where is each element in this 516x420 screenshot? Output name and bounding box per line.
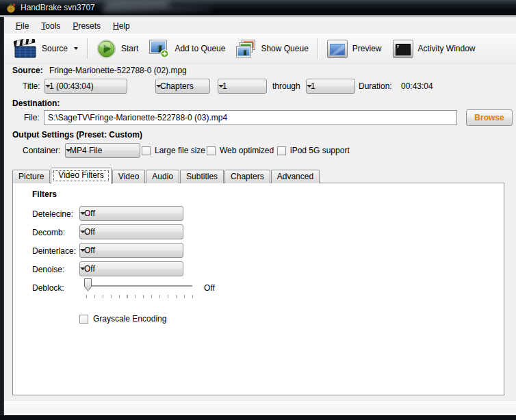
source-heading: Source: [12,66,43,75]
activity-window-button[interactable]: Activity Window [387,38,481,60]
chevron-down-icon [80,267,86,270]
web-optimized-field[interactable]: Web optimized [207,146,274,155]
show-queue-button[interactable]: Show Queue [231,38,313,60]
deblock-label: Deblock: [32,283,64,293]
menubar: File Tools Presets Help [4,18,516,34]
titlebar[interactable]: HandBrake svn3707 [0,0,516,15]
title-label: Title: [23,81,40,91]
range-mode-value: Chapters [156,81,209,91]
toolbar: Source Start [4,34,516,64]
show-queue-label: Show Queue [261,44,308,53]
video-filters-panel: Filters Detelecine: Off Decomb: Off Dein… [12,183,504,395]
tab-video[interactable]: Video [112,170,145,183]
tab-chapters[interactable]: Chapters [224,170,270,183]
destination-heading: Destination: [12,99,60,108]
tab-focus-outline [53,170,108,181]
tab-video-label: Video [118,172,139,181]
menu-item-file[interactable]: File [10,19,35,33]
decomb-select[interactable]: Off [79,224,183,239]
tab-picture[interactable]: Picture [12,170,50,183]
chevron-down-icon [307,85,312,88]
browse-button[interactable]: Browse [466,109,513,126]
duration-label: Duration: [359,81,392,91]
tab-audio-label: Audio [152,172,173,181]
tab-video-filters[interactable]: Video Filters [51,168,111,184]
denoise-label: Denoise: [32,265,64,274]
destination-file-row: File: Browse [0,109,516,127]
handbrake-logo-icon [5,2,16,13]
handbrake-window: HandBrake svn3707 File Tools Presets Hel… [0,0,516,420]
chapter-end-select[interactable]: 1 [306,79,355,94]
large-file-size-label: Large file size [155,146,205,155]
title-row: Title: 1 (00:43:04) Chapters 1 through 1… [0,79,516,95]
detelecine-select[interactable]: Off [79,206,183,221]
container-label: Container: [23,146,60,155]
title-select[interactable]: 1 (00:43:04) [44,79,127,94]
tab-subtitles[interactable]: Subtitles [180,170,224,183]
menu-item-tools[interactable]: Tools [35,19,66,33]
chevron-down-icon [156,85,162,88]
decomb-label: Decomb: [32,228,65,237]
ipod-5g-support-label: iPod 5G support [290,146,350,155]
output-settings-heading: Output Settings (Preset: Custom) [12,130,142,140]
grayscale-encoding-checkbox[interactable] [79,315,88,324]
activity-window-label: Activity Window [418,44,476,53]
source-button[interactable]: Source [8,37,83,61]
chevron-down-icon [80,249,86,252]
denoise-value: Off [80,264,183,274]
start-button[interactable]: Start [91,37,144,61]
web-optimized-label: Web optimized [220,146,274,155]
add-to-queue-button[interactable]: Add to Queue [144,38,231,60]
menu-presets-rest: resets [78,21,101,31]
deblock-slider-ticks [86,295,193,298]
range-mode-select[interactable]: Chapters [155,79,210,94]
chevron-down-icon [218,85,224,88]
deblock-slider-track[interactable] [84,285,192,287]
background-window-ghost [103,5,212,13]
status-bar [4,400,516,415]
large-file-size-field[interactable]: Large file size [142,146,205,155]
toolbar-separator [318,38,318,59]
container-row: Container: MP4 File Large file size Web … [0,143,516,159]
chevron-down-icon [45,85,51,88]
preview-button[interactable]: Preview [322,38,387,60]
large-file-size-checkbox[interactable] [142,146,151,155]
terminal-icon [393,40,413,58]
deblock-slider-thumb[interactable] [84,278,92,291]
play-icon [96,39,116,59]
show-queue-icon [236,40,256,58]
ipod-5g-support-field[interactable]: iPod 5G support [277,146,350,155]
start-button-label: Start [121,44,138,53]
denoise-select[interactable]: Off [79,261,183,276]
window-frame-left [0,17,4,420]
title-select-value: 1 (00:43:04) [45,81,127,91]
menu-item-presets[interactable]: Presets [66,19,107,33]
tab-advanced-label: Advanced [277,172,313,181]
deinterlace-label: Deinterlace: [32,246,76,256]
deblock-value: Off [204,283,215,293]
container-select[interactable]: MP4 File [65,143,140,158]
web-optimized-checkbox[interactable] [207,146,216,155]
toolbar-separator [87,38,88,59]
deinterlace-select[interactable]: Off [79,243,183,258]
menu-item-help[interactable]: Help [107,19,136,33]
clapperboard-icon [14,39,37,59]
tab-picture-label: Picture [18,172,44,181]
destination-file-input[interactable] [44,110,457,125]
grayscale-encoding-field[interactable]: Grayscale Encoding [79,314,166,324]
file-label: File: [24,113,40,122]
source-button-label: Source [42,44,68,53]
menu-help-rest: elp [119,21,130,31]
chevron-down-icon [80,212,86,215]
settings-tabs: Picture Video Filters Video Audio Subtit… [12,167,320,183]
titlebar-separator [0,15,516,17]
window-title: HandBrake svn3707 [21,3,95,12]
menu-help-accel: H [113,21,119,31]
chapter-start-select[interactable]: 1 [218,79,267,94]
tab-advanced[interactable]: Advanced [271,170,320,183]
tab-audio[interactable]: Audio [146,170,179,183]
filters-heading: Filters [32,189,57,199]
chapter-start-value: 1 [218,81,266,91]
window-frame-bottom [0,415,516,420]
ipod-5g-support-checkbox[interactable] [277,146,286,155]
